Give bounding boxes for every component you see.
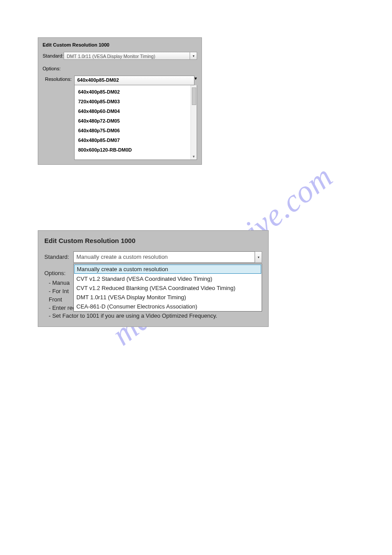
- edit-resolution-panel-1: Edit Custom Resolution 1000 Standard: DM…: [38, 37, 202, 165]
- chevron-down-icon[interactable]: ▾: [194, 76, 197, 85]
- list-item[interactable]: 640x480p60-DM04: [75, 106, 191, 116]
- list-item[interactable]: 640x480p72-DM05: [75, 116, 191, 126]
- resolutions-row: Resolutions: 640x400p85-DM02 ▾ 640x400p8…: [43, 76, 197, 160]
- standard-dropdown-list: Manually create a custom resolution CVT …: [73, 264, 262, 312]
- scroll-down-icon[interactable]: ▾: [193, 154, 195, 159]
- chevron-down-icon[interactable]: ▾: [255, 251, 262, 263]
- standard-label-2: Standard:: [44, 251, 73, 263]
- dropdown-option[interactable]: CVT v1.2 Reduced Blanking (VESA Coordina…: [74, 283, 262, 293]
- list-item[interactable]: 640x400p85-DM02: [75, 87, 191, 97]
- panel1-title: Edit Custom Resolution 1000: [43, 40, 197, 52]
- list-item[interactable]: 720x400p85-DM03: [75, 97, 191, 106]
- standard-select-value: DMT 1.0r11 (VESA Display Monitor Timing): [64, 52, 190, 60]
- standard-row: Standard: DMT 1.0r11 (VESA Display Monit…: [43, 52, 197, 60]
- standard-select[interactable]: DMT 1.0r11 (VESA Display Monitor Timing)…: [64, 52, 197, 60]
- dropdown-option[interactable]: Manually create a custom resolution: [74, 265, 261, 274]
- dropdown-option[interactable]: CEA-861-D (Consumer Electronics Associat…: [74, 302, 262, 311]
- edit-resolution-panel-2: Edit Custom Resolution 1000 Standard: Ma…: [38, 230, 269, 327]
- standard-row-2: Standard: Manually create a custom resol…: [44, 251, 262, 263]
- resolutions-dropdown-list: 640x400p85-DM02 720x400p85-DM03 640x480p…: [74, 85, 197, 160]
- list-item[interactable]: 640x480p75-DM06: [75, 126, 191, 135]
- resolutions-label: Resolutions:: [43, 76, 74, 160]
- resolutions-combobox[interactable]: 640x400p85-DM02 ▾ 640x400p85-DM02 720x40…: [74, 76, 197, 160]
- standard-select-value-2: Manually create a custom resolution: [73, 251, 255, 263]
- bullet-line: - Set Factor to 1001 if you are using a …: [49, 312, 262, 320]
- scrollbar-thumb[interactable]: [192, 87, 196, 105]
- list-item[interactable]: 800x600p120-RB-DM0D: [75, 145, 191, 155]
- resolutions-selected-value: 640x400p85-DM02: [74, 76, 194, 85]
- options-label: Options:: [43, 62, 197, 76]
- chevron-down-icon[interactable]: ▾: [190, 52, 197, 60]
- dropdown-option[interactable]: CVT v1.2 Standard (VESA Coordinated Vide…: [74, 274, 262, 283]
- list-item[interactable]: 640x480p85-DM07: [75, 135, 191, 145]
- standard-label: Standard:: [43, 53, 64, 58]
- standard-select-2[interactable]: Manually create a custom resolution ▾: [73, 251, 262, 263]
- scrollbar[interactable]: ▴ ▾: [191, 85, 197, 160]
- panel2-title: Edit Custom Resolution 1000: [44, 236, 262, 251]
- dropdown-option[interactable]: DMT 1.0r11 (VESA Display Monitor Timing): [74, 293, 262, 302]
